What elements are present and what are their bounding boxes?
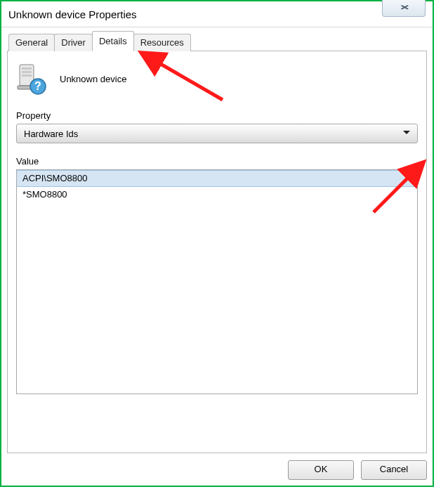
- svg-rect-3: [22, 74, 32, 77]
- list-item[interactable]: ACPI\SMO8800: [17, 170, 417, 187]
- chevron-down-icon: [403, 131, 410, 134]
- svg-rect-1: [22, 67, 32, 70]
- list-item[interactable]: *SMO8800: [17, 187, 417, 202]
- svg-rect-2: [22, 71, 32, 73]
- device-header: ? Unknown device: [16, 63, 418, 95]
- device-icon: ?: [16, 63, 48, 95]
- device-name: Unknown device: [60, 74, 126, 84]
- tab-strip: General Driver Details Resources: [7, 33, 427, 51]
- tab-general[interactable]: General: [8, 34, 55, 51]
- property-dropdown-value: Hardware Ids: [24, 129, 78, 139]
- property-label: Property: [16, 110, 418, 121]
- dialog-window: Unknown device Properties ✕ General Driv…: [0, 0, 434, 487]
- ok-button[interactable]: OK: [288, 460, 354, 480]
- close-button[interactable]: ✕: [382, 0, 426, 17]
- property-dropdown[interactable]: Hardware Ids: [16, 124, 418, 143]
- close-icon: ✕: [400, 4, 409, 11]
- tab-host: General Driver Details Resources: [7, 33, 427, 453]
- tab-driver[interactable]: Driver: [54, 34, 93, 51]
- title-bar: Unknown device Properties ✕: [1, 1, 433, 27]
- tab-details[interactable]: Details: [92, 31, 134, 51]
- svg-text:?: ?: [34, 80, 41, 92]
- window-title: Unknown device Properties: [8, 8, 137, 20]
- value-listbox[interactable]: ACPI\SMO8800 *SMO8800: [16, 169, 418, 394]
- tab-pane-details: ? Unknown device Property Hardware Ids V…: [7, 51, 427, 453]
- button-row: OK Cancel: [7, 460, 427, 480]
- value-label: Value: [16, 156, 418, 167]
- cancel-button[interactable]: Cancel: [361, 460, 427, 480]
- dialog-body: General Driver Details Resources: [1, 27, 433, 486]
- tab-resources[interactable]: Resources: [133, 34, 191, 51]
